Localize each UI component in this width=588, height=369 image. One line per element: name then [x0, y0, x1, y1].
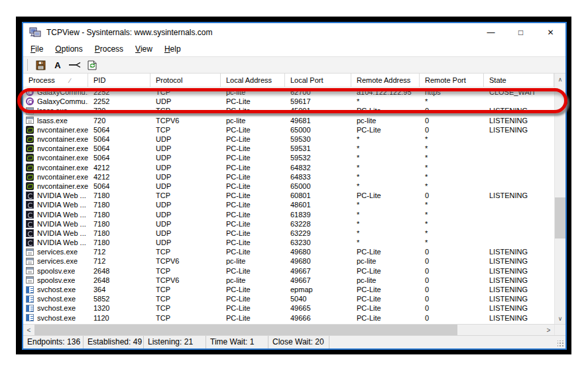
menu-item-file[interactable]: File — [25, 42, 49, 56]
cell-remote_address: PC-Lite — [351, 191, 420, 200]
cell-local_port: 63228 — [285, 219, 351, 229]
menu-item-process[interactable]: Process — [89, 42, 129, 56]
table-row[interactable]: NVIDIA Web ...7180UDPPC-Lite63230** — [23, 238, 554, 247]
table-row[interactable]: nvcontainer.exe5064TCPPC-Lite65000PC-Lit… — [23, 125, 554, 134]
cell-remote_port: * — [420, 97, 484, 106]
vertical-scroll-track[interactable] — [555, 85, 565, 313]
table-row[interactable]: spoolsv.exe2648TCPV6pc-lite49667pc-lite0… — [23, 276, 554, 285]
cell-process: lsass.exe — [23, 106, 88, 115]
cell-local_port: 60801 — [285, 191, 351, 200]
cell-state: LISTENING — [484, 256, 554, 266]
cell-remote_port: 0 — [420, 303, 484, 313]
horizontal-scroll-thumb[interactable] — [34, 325, 457, 335]
menu-item-view[interactable]: View — [129, 42, 158, 56]
column-header-remote-port[interactable]: Remote Port — [420, 74, 484, 87]
status-endpoints: Endpoints: 136 — [23, 336, 84, 348]
cell-pid: 7180 — [88, 209, 150, 219]
nvidia-process-icon — [26, 182, 34, 190]
cell-remote_address: * — [351, 219, 420, 229]
column-header-local-port[interactable]: Local Port — [285, 74, 351, 87]
column-header-process[interactable]: Process∕ — [23, 74, 88, 87]
horizontal-scroll-track[interactable] — [457, 325, 543, 335]
menu-item-options[interactable]: Options — [49, 42, 88, 56]
column-header-protocol[interactable]: Protocol — [150, 74, 221, 87]
maximize-button[interactable]: □ — [506, 23, 536, 41]
status-listening: Listening: 21 — [144, 336, 206, 348]
menu-item-help[interactable]: Help — [158, 42, 187, 56]
table-row[interactable]: nvcontainer.exe5064UDPPC-Lite59530** — [23, 134, 554, 144]
disconnect-icon[interactable] — [66, 58, 84, 72]
table-row[interactable]: spoolsv.exe2648TCPPC-Lite49667PC-Lite0LI… — [23, 266, 554, 276]
nvidia-process-icon — [26, 126, 34, 134]
cell-remote_port: 0 — [420, 191, 484, 200]
close-button[interactable]: ✕ — [536, 23, 565, 41]
font-icon[interactable]: A — [49, 58, 66, 72]
cell-remote_address: * — [351, 229, 420, 238]
horizontal-scrollbar[interactable]: < > — [23, 325, 554, 335]
app-process-icon — [26, 117, 34, 124]
rows-area: GalaxyCommu...2252TCPpc-lite62700a104.12… — [23, 87, 554, 324]
cell-process: spoolsv.exe — [23, 266, 88, 276]
cell-remote_address: PC-Lite — [351, 313, 420, 323]
cell-remote_port: 0 — [420, 125, 484, 134]
vertical-scroll-thumb[interactable] — [555, 197, 565, 238]
cell-protocol: UDP — [150, 229, 221, 238]
table-row[interactable]: nvcontainer.exe5064UDPPC-Lite59531** — [23, 144, 554, 153]
table-row[interactable]: svchost.exe364TCPPC-LiteepmapPC-Lite0LIS… — [23, 285, 554, 294]
cell-remote_port: 0 — [420, 294, 484, 303]
table-row[interactable]: NVIDIA Web ...7180UDPPC-Lite63228** — [23, 219, 554, 229]
table-row-highlighted[interactable]: GalaxyCommu...2252UDPPC-Lite59617** — [23, 97, 554, 106]
cell-remote_port: 0 — [420, 116, 484, 125]
cell-local_address: PC-Lite — [221, 294, 285, 303]
cell-local_address: PC-Lite — [221, 163, 285, 172]
scroll-right-icon[interactable]: > — [543, 325, 554, 335]
cell-remote_address: * — [351, 163, 420, 172]
resize-grip[interactable] — [558, 341, 564, 347]
scroll-left-icon[interactable]: < — [23, 325, 34, 335]
table-row[interactable]: nvcontainer.exe5064UDPPC-Lite65000** — [23, 182, 554, 191]
cell-local_port: 64832 — [285, 163, 351, 172]
cell-local_address: PC-Lite — [221, 285, 285, 294]
scroll-down-icon[interactable]: ∨ — [555, 313, 565, 324]
table-row[interactable]: GalaxyCommu...2252TCPpc-lite62700a104.12… — [23, 87, 554, 97]
cell-remote_port: * — [420, 238, 484, 247]
table-row[interactable]: lsass.exe720TCPV6pc-lite49681pc-lite0LIS… — [23, 116, 554, 125]
table-row[interactable]: services.exe712TCPV6pc-lite49680pc-lite0… — [23, 256, 554, 266]
table-row[interactable]: NVIDIA Web ...7180UDPPC-Lite61839** — [23, 209, 554, 219]
cell-local_port: 62700 — [285, 87, 351, 97]
column-header-pid[interactable]: PID — [88, 74, 150, 87]
table-row[interactable]: NVIDIA Web ...7180UDPPC-Lite63229** — [23, 229, 554, 238]
minimize-button[interactable]: — — [476, 23, 506, 41]
table-row[interactable]: nvcontainer.exe4212UDPPC-Lite64833** — [23, 172, 554, 182]
cell-remote_port: 0 — [420, 313, 484, 323]
cell-protocol: TCPV6 — [150, 116, 221, 125]
table-row[interactable]: svchost.exe5852TCPPC-Lite5040PC-Lite0LIS… — [23, 294, 554, 303]
cell-remote_address: * — [351, 134, 420, 144]
table-row[interactable]: NVIDIA Web ...7180UDPPC-Lite48601** — [23, 200, 554, 209]
table-row[interactable]: lsass.exe720TCPPC-Lite45001PC-Lite0LISTE… — [23, 106, 554, 115]
table-row[interactable]: nvcontainer.exe5064UDPPC-Lite59532** — [23, 153, 554, 162]
table-row[interactable]: services.exe712TCPPC-Lite49680PC-Lite0LI… — [23, 247, 554, 256]
column-header-local-address[interactable]: Local Address — [221, 74, 285, 87]
cell-local_address: pc-lite — [221, 87, 285, 97]
column-header-remote-address[interactable]: Remote Address — [351, 74, 420, 87]
cell-local_address: PC-Lite — [221, 247, 285, 256]
table-row[interactable]: svchost.exe1120TCPPC-Lite49666PC-Lite0LI… — [23, 313, 554, 323]
cell-protocol: UDP — [150, 134, 221, 144]
cell-remote_address: * — [351, 209, 420, 219]
table-row[interactable]: NVIDIA Web ...7180TCPPC-Lite60801PC-Lite… — [23, 191, 554, 200]
title-bar[interactable]: TCPView - Sysinternals: www.sysinternals… — [23, 23, 565, 41]
nvidia-process-icon — [26, 154, 34, 162]
refresh-icon[interactable] — [84, 58, 101, 72]
cell-remote_address: pc-lite — [351, 276, 420, 285]
vertical-scrollbar[interactable]: ∧ ∨ — [554, 74, 565, 324]
cell-pid: 4212 — [88, 172, 150, 182]
cell-protocol: UDP — [150, 97, 221, 106]
scroll-up-icon[interactable]: ∧ — [555, 74, 565, 85]
column-header-state[interactable]: State — [484, 74, 554, 87]
nvweb-process-icon — [26, 201, 34, 209]
table-row[interactable]: svchost.exe1320TCPPC-Lite49665PC-Lite0LI… — [23, 303, 554, 313]
cell-process: nvcontainer.exe — [23, 172, 88, 182]
save-icon[interactable] — [32, 58, 49, 72]
table-row[interactable]: nvcontainer.exe4212UDPPC-Lite64832** — [23, 163, 554, 172]
